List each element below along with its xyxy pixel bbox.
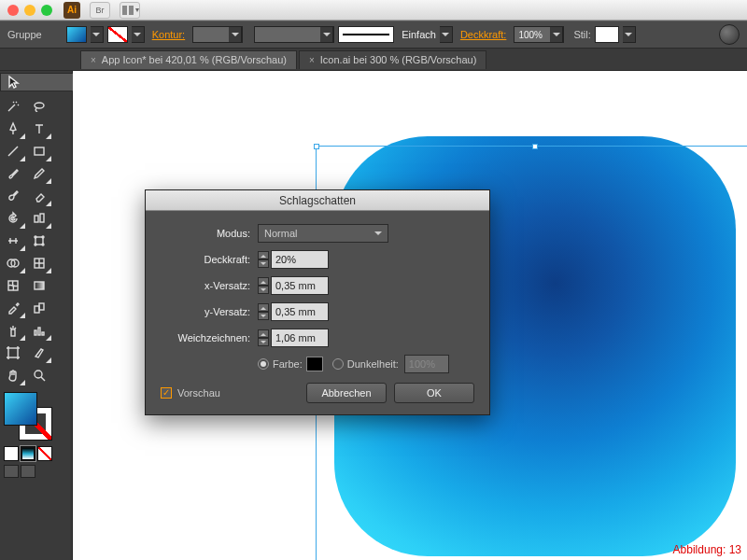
column-graph-tool[interactable] <box>26 319 52 342</box>
fill-swatch[interactable] <box>66 26 87 43</box>
pen-tool[interactable] <box>0 118 26 140</box>
svg-rect-20 <box>38 328 40 335</box>
svg-rect-19 <box>35 330 36 335</box>
stroke-swatch[interactable] <box>107 26 128 43</box>
width-tool[interactable] <box>0 230 26 252</box>
document-tab[interactable]: ×Icon.ai bei 300 % (RGB/Vorschau) <box>299 50 486 69</box>
x-offset-label: x-Versatz: <box>161 280 258 291</box>
paintbrush-tool[interactable] <box>0 162 26 185</box>
figure-label: Abbildung: 13 <box>673 543 741 556</box>
x-offset-spinner[interactable] <box>258 277 269 294</box>
opacity-label: Deckkraft: <box>161 254 258 265</box>
darkness-label: Dunkelheit: <box>347 358 399 370</box>
shape-builder-tool[interactable] <box>0 252 26 274</box>
svg-rect-5 <box>40 214 44 222</box>
blur-input[interactable]: 1,06 mm <box>271 329 329 347</box>
line-segment-tool[interactable] <box>0 140 26 162</box>
hand-tool[interactable] <box>0 364 26 386</box>
darkness-input: 100% <box>404 355 449 373</box>
opacity-input[interactable]: 20% <box>271 250 329 269</box>
cancel-button[interactable]: Abbrechen <box>306 383 387 403</box>
svg-rect-0 <box>122 6 127 15</box>
color-mode-button[interactable] <box>4 446 19 461</box>
stroke-dropdown[interactable] <box>132 26 145 43</box>
zoom-window-button[interactable] <box>41 5 52 16</box>
ok-button[interactable]: OK <box>394 383 474 403</box>
minimize-window-button[interactable] <box>24 5 35 16</box>
svg-point-2 <box>35 103 44 108</box>
none-mode-button[interactable] <box>37 446 52 461</box>
preview-checkbox[interactable] <box>161 387 172 399</box>
full-screen-mode[interactable] <box>21 465 35 478</box>
color-radio[interactable] <box>258 358 269 370</box>
y-offset-label: y-Versatz: <box>161 306 258 317</box>
svg-point-23 <box>35 371 42 378</box>
reflect-tool[interactable] <box>26 207 52 230</box>
rectangle-tool[interactable] <box>26 140 52 162</box>
arrange-documents-icon[interactable]: ▾ <box>120 2 140 19</box>
normal-screen-mode[interactable] <box>4 465 19 478</box>
document-tab-active[interactable]: ×App Icon* bei 420,01 % (RGB/Vorschau) <box>80 50 297 69</box>
blob-brush-tool[interactable] <box>0 185 26 207</box>
document-tab-label: App Icon* bei 420,01 % (RGB/Vorschau) <box>102 54 287 65</box>
opacity-spinner[interactable] <box>258 251 269 268</box>
svg-rect-4 <box>35 216 38 222</box>
mesh-tool[interactable] <box>0 274 26 297</box>
stroke-width-profile[interactable] <box>254 26 334 43</box>
live-paint-bucket-tool[interactable] <box>26 252 52 274</box>
magic-wand-tool[interactable] <box>0 95 26 118</box>
pencil-tool[interactable] <box>26 162 52 185</box>
brush-definition[interactable] <box>338 26 394 43</box>
close-tab-icon[interactable]: × <box>309 55 315 65</box>
blur-spinner[interactable] <box>258 329 269 346</box>
opacity-label[interactable]: Deckkraft: <box>460 29 507 40</box>
y-offset-input[interactable]: 0,35 mm <box>271 302 329 321</box>
gradient-tool[interactable] <box>26 274 52 297</box>
color-chip[interactable] <box>306 357 323 371</box>
document-tab-bar: ×App Icon* bei 420,01 % (RGB/Vorschau) ×… <box>0 49 747 71</box>
stroke-weight-field[interactable] <box>192 26 243 43</box>
blur-label: Weichzeichnen: <box>161 332 258 343</box>
fill-stroke-swatches[interactable] <box>4 392 52 441</box>
svg-rect-18 <box>11 329 15 336</box>
fill-dropdown[interactable] <box>91 26 104 43</box>
darkness-radio[interactable] <box>332 358 344 370</box>
blend-tool[interactable] <box>26 297 52 319</box>
slice-tool[interactable] <box>26 342 52 364</box>
selection-type-label: Gruppe <box>7 29 42 40</box>
svg-rect-21 <box>42 332 44 335</box>
screen-mode-buttons <box>4 465 68 478</box>
drop-shadow-dialog: Schlagschatten Modus: Normal Deckkraft: … <box>145 189 490 415</box>
style-dropdown[interactable] <box>623 26 636 43</box>
rotate-tool[interactable] <box>0 207 26 230</box>
eraser-tool[interactable] <box>26 185 52 207</box>
app-icon: Ai <box>63 2 80 19</box>
zoom-tool[interactable] <box>26 364 52 386</box>
close-window-button[interactable] <box>7 5 19 16</box>
brush-name: Einfach <box>402 29 436 40</box>
symbol-sprayer-tool[interactable] <box>0 319 26 342</box>
x-offset-input[interactable]: 0,35 mm <box>271 276 329 295</box>
y-offset-spinner[interactable] <box>258 303 269 320</box>
free-transform-tool[interactable] <box>26 230 52 252</box>
tools-panel <box>0 71 73 560</box>
panel-options-icon[interactable] <box>719 24 740 45</box>
style-label: Stil: <box>573 29 590 40</box>
mode-label: Modus: <box>161 228 258 239</box>
kontur-label[interactable]: Kontur: <box>152 29 185 40</box>
eyedropper-tool[interactable] <box>0 297 26 319</box>
close-tab-icon[interactable]: × <box>91 55 96 65</box>
lasso-tool[interactable] <box>26 95 52 118</box>
svg-rect-16 <box>35 306 39 313</box>
brush-dropdown[interactable] <box>440 26 453 43</box>
type-tool[interactable] <box>26 118 52 140</box>
graphic-style-swatch[interactable] <box>595 26 619 43</box>
bridge-icon[interactable]: Br <box>90 2 110 19</box>
svg-rect-1 <box>129 6 134 15</box>
color-mode-buttons <box>4 446 68 461</box>
opacity-field[interactable]: 100% <box>514 26 564 43</box>
gradient-mode-button[interactable] <box>21 446 35 461</box>
svg-rect-15 <box>35 282 44 289</box>
artboard-tool[interactable] <box>0 342 26 364</box>
mode-select[interactable]: Normal <box>258 224 388 243</box>
